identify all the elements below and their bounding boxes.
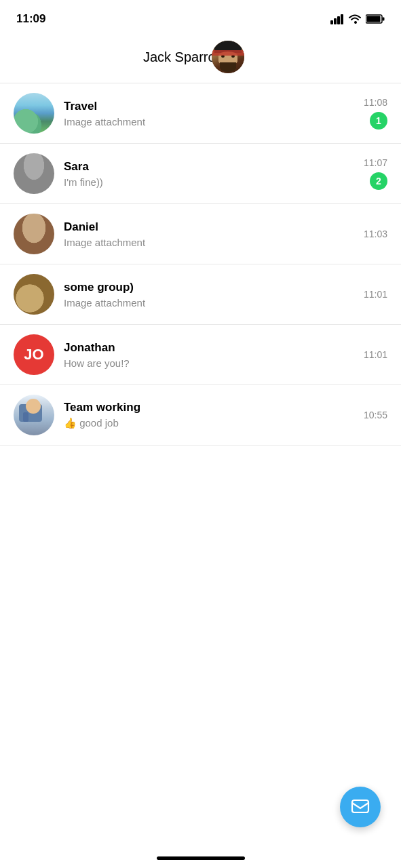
chat-item-jonathan[interactable]: JO Jonathan How are you!? 11:01 bbox=[0, 325, 401, 385]
svg-rect-3 bbox=[341, 14, 343, 24]
chat-content-sara: Sara I'm fine)) bbox=[64, 160, 354, 188]
chat-content-travel: Travel Image attachment bbox=[64, 100, 354, 127]
svg-rect-7 bbox=[352, 800, 368, 812]
chat-content-daniel: Daniel Image attachment bbox=[64, 220, 354, 248]
compose-icon bbox=[350, 797, 370, 817]
svg-rect-2 bbox=[337, 16, 340, 24]
chat-meta-travel: 11:08 1 bbox=[364, 97, 387, 130]
chat-name-somegroup: some group) bbox=[64, 281, 354, 294]
chat-meta-somegroup: 11:01 bbox=[364, 289, 387, 300]
chat-name-sara: Sara bbox=[64, 160, 354, 174]
chat-preview-jonathan: How are you!? bbox=[64, 357, 354, 369]
chat-item-sara[interactable]: Sara I'm fine)) 11:07 2 bbox=[0, 144, 401, 204]
avatar-jonathan-initials: JO bbox=[24, 346, 43, 363]
chat-meta-sara: 11:07 2 bbox=[364, 157, 387, 190]
svg-rect-6 bbox=[383, 18, 385, 21]
chat-list: Travel Image attachment 11:08 1 Sara I'm… bbox=[0, 83, 401, 446]
status-time: 11:09 bbox=[16, 12, 45, 26]
compose-fab[interactable] bbox=[340, 787, 381, 827]
chat-time-daniel: 11:03 bbox=[364, 229, 387, 239]
avatar-somegroup bbox=[14, 274, 54, 315]
avatar-daniel bbox=[14, 214, 54, 254]
signal-icon bbox=[330, 14, 344, 24]
chat-preview-daniel: Image attachment bbox=[64, 237, 354, 248]
chat-meta-jonathan: 11:01 bbox=[364, 349, 387, 360]
status-bar: 11:09 bbox=[0, 0, 401, 34]
avatar-travel bbox=[14, 93, 54, 134]
badge-sara: 2 bbox=[370, 172, 387, 190]
svg-rect-0 bbox=[330, 20, 333, 24]
header: Jack Sparrow bbox=[0, 34, 401, 83]
header-avatar[interactable] bbox=[212, 41, 244, 73]
avatar-teamworking bbox=[14, 395, 54, 435]
chat-item-teamworking[interactable]: Team working 👍 good job 10:55 bbox=[0, 385, 401, 446]
svg-rect-1 bbox=[334, 18, 337, 24]
chat-preview-travel: Image attachment bbox=[64, 116, 354, 127]
avatar-sara bbox=[14, 153, 54, 194]
chat-name-daniel: Daniel bbox=[64, 220, 354, 234]
chat-name-jonathan: Jonathan bbox=[64, 341, 354, 355]
avatar-jonathan: JO bbox=[14, 334, 54, 375]
battery-icon bbox=[366, 14, 385, 24]
chat-time-jonathan: 11:01 bbox=[364, 349, 387, 360]
status-icons bbox=[330, 14, 385, 24]
chat-time-sara: 11:07 bbox=[364, 157, 387, 168]
chat-content-somegroup: some group) Image attachment bbox=[64, 281, 354, 309]
badge-travel: 1 bbox=[370, 112, 387, 130]
home-indicator bbox=[157, 856, 245, 860]
svg-rect-5 bbox=[367, 16, 381, 22]
chat-item-daniel[interactable]: Daniel Image attachment 11:03 bbox=[0, 204, 401, 264]
chat-meta-teamworking: 10:55 bbox=[364, 410, 387, 420]
wifi-icon bbox=[348, 14, 362, 24]
chat-content-teamworking: Team working 👍 good job bbox=[64, 401, 354, 429]
chat-time-somegroup: 11:01 bbox=[364, 289, 387, 300]
chat-name-travel: Travel bbox=[64, 100, 354, 113]
chat-meta-daniel: 11:03 bbox=[364, 229, 387, 239]
chat-name-teamworking: Team working bbox=[64, 401, 354, 414]
chat-time-travel: 11:08 bbox=[364, 97, 387, 108]
chat-item-travel[interactable]: Travel Image attachment 11:08 1 bbox=[0, 83, 401, 144]
chat-preview-somegroup: Image attachment bbox=[64, 297, 354, 309]
chat-content-jonathan: Jonathan How are you!? bbox=[64, 341, 354, 369]
chat-preview-teamworking: 👍 good job bbox=[64, 417, 354, 429]
chat-item-somegroup[interactable]: some group) Image attachment 11:01 bbox=[0, 264, 401, 325]
chat-time-teamworking: 10:55 bbox=[364, 410, 387, 420]
chat-preview-sara: I'm fine)) bbox=[64, 176, 354, 188]
